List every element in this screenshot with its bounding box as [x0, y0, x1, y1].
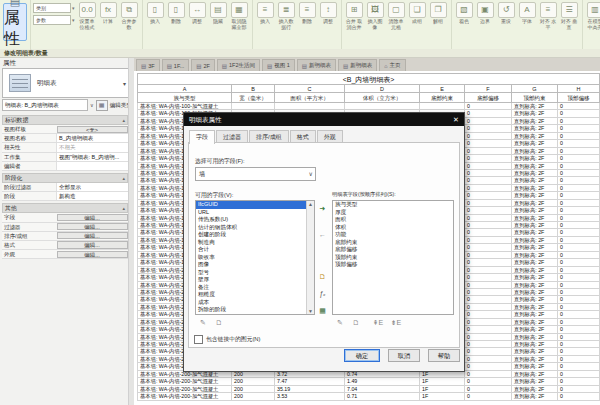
scheduled-fields-list[interactable]: 族与类型厚度面积体积功能底部约束底部偏移顶部约束顶部偏移: [332, 200, 454, 315]
delete-available-icon[interactable]: 🗋: [213, 318, 225, 328]
parameter-combo[interactable]: 参数▾: [33, 15, 75, 25]
property-value[interactable]: 编辑...: [57, 232, 128, 239]
instance-selector[interactable]: 明细表: B_内墙明细表: [2, 99, 88, 111]
edit-available-icon[interactable]: ✎: [197, 318, 209, 328]
font-button[interactable]: A字体: [518, 2, 537, 30]
highlight-in-model-button[interactable]: ▥在模型中高亮显示: [586, 2, 600, 30]
move-down-icon[interactable]: ⇟E: [390, 318, 402, 328]
ungroup-button[interactable]: ❐解组: [429, 2, 448, 30]
property-value[interactable]: <无>: [57, 126, 128, 133]
type-selector[interactable]: 明细表 ▾: [2, 68, 130, 98]
insert-data-row-button[interactable]: ≣插入数据行: [277, 2, 296, 30]
view-tab[interactable]: ▤新明细表: [297, 59, 336, 71]
resize-row-button[interactable]: ↕调整: [319, 2, 338, 30]
view-tab[interactable]: ▤1F...: [162, 59, 190, 71]
align-horizontal-button[interactable]: ≡对齐 水平: [539, 2, 558, 30]
combine-parameters-icon[interactable]: ▦: [316, 305, 329, 316]
available-field-item[interactable]: IfcGUID: [196, 201, 314, 209]
view-tab[interactable]: ▤1F2生活间: [217, 59, 260, 71]
scheduled-field-item[interactable]: 体积: [333, 224, 453, 232]
section-header[interactable]: 阶段化▴: [2, 173, 128, 183]
view-tab[interactable]: ▤视图 1: [262, 59, 295, 71]
calculated-value-icon[interactable]: ƒₓ: [316, 288, 329, 299]
available-field-item[interactable]: 成本: [196, 299, 314, 307]
delete-scheduled-icon[interactable]: 🗋: [350, 318, 362, 328]
section-header[interactable]: 标识数据▴: [2, 115, 128, 125]
section-header[interactable]: 其他▴: [2, 203, 128, 213]
view-tab[interactable]: ⌂主页: [379, 59, 405, 71]
available-field-item[interactable]: 壁厚: [196, 276, 314, 284]
scheduled-field-item[interactable]: 顶部约束: [333, 254, 453, 262]
table-row[interactable]: 基本墙: WA-内墙-200-加气混凝土2007.471.491F0直到标高: …: [137, 378, 600, 385]
resize-column-button[interactable]: ↔调整: [188, 2, 207, 30]
available-field-item[interactable]: 吸收率: [196, 254, 314, 262]
available-field-item[interactable]: 合计: [196, 246, 314, 254]
collapse-icon[interactable]: ▴: [122, 174, 125, 182]
list-scrollbar[interactable]: ▲▼: [306, 201, 314, 314]
borders-button[interactable]: ▣边界: [476, 2, 495, 30]
property-value[interactable]: 编辑...: [57, 223, 128, 230]
available-fields-list[interactable]: ▲▼ IfcGUIDURL传热系数(U)估计的钢筋体积创建的阶段制造商合计吸收率…: [195, 200, 315, 315]
available-field-item[interactable]: 备注: [196, 284, 314, 292]
property-value[interactable]: 编辑...: [57, 214, 128, 221]
help-button[interactable]: 帮助: [428, 349, 460, 362]
group-button[interactable]: ❏成组: [408, 2, 427, 30]
move-up-icon[interactable]: ⇞E: [372, 318, 384, 328]
cancel-button[interactable]: 取消: [388, 349, 420, 362]
include-linked-elements-checkbox[interactable]: 包含链接中的图元(N): [194, 335, 260, 344]
view-tab[interactable]: ▤2F: [191, 59, 215, 71]
ok-button[interactable]: 确定: [344, 349, 380, 362]
scheduled-field-item[interactable]: 顶部偏移: [333, 261, 453, 269]
available-field-item[interactable]: 粗糙度: [196, 291, 314, 299]
table-row[interactable]: 基本墙: WA-内墙-200-加气混凝土20035.197.041F0直到标高:…: [137, 386, 600, 393]
insert-image-button[interactable]: 🖼插入图像: [366, 2, 385, 30]
scheduled-field-item[interactable]: 厚度: [333, 209, 453, 217]
properties-button[interactable]: ▤属性: [3, 3, 27, 41]
scheduled-field-item[interactable]: 面积: [333, 216, 453, 224]
edit-scheduled-icon[interactable]: ✎: [334, 318, 346, 328]
category-select[interactable]: 墙 ∨: [195, 167, 316, 181]
align-vertical-button[interactable]: ☰对齐 垂直: [560, 2, 579, 30]
delete-column-button[interactable]: ▯删除: [167, 2, 186, 30]
shading-button[interactable]: ▧着色: [455, 2, 474, 30]
clear-cell-button[interactable]: ▢清除单元格: [387, 2, 406, 30]
calculated-button[interactable]: fx计算: [99, 2, 118, 30]
property-value[interactable]: 编辑...: [57, 251, 128, 258]
remove-parameter-icon[interactable]: ←: [316, 229, 329, 240]
available-field-item[interactable]: 制造商: [196, 239, 314, 247]
scheduled-field-item[interactable]: 族与类型: [333, 201, 453, 209]
edit-type-icon[interactable]: ▦: [96, 100, 108, 111]
available-field-item[interactable]: 图像: [196, 261, 314, 269]
available-field-item[interactable]: 传热系数(U): [196, 216, 314, 224]
hide-column-button[interactable]: ▤隐藏: [209, 2, 228, 30]
reset-button[interactable]: ↺重设: [497, 2, 516, 30]
scheduled-field-item[interactable]: 底部约束: [333, 239, 453, 247]
dialog-tab-字段[interactable]: 字段: [189, 130, 215, 144]
combine-parameters-button[interactable]: ⧉合并参数: [120, 2, 139, 30]
delete-row-button[interactable]: ≡删除: [298, 2, 317, 30]
add-parameter-icon[interactable]: ➜: [316, 203, 329, 214]
scheduled-field-item[interactable]: 底部偏移: [333, 246, 453, 254]
collapse-icon[interactable]: ▴: [122, 204, 125, 212]
close-icon[interactable]: ✕: [448, 113, 464, 126]
format-unit-button[interactable]: 0.0设置单位格式: [78, 2, 97, 30]
view-tab[interactable]: ▤新明细表: [338, 59, 377, 71]
available-field-item[interactable]: 拆除的阶段: [196, 306, 314, 314]
table-row[interactable]: 基本墙: WA-内墙-200-加气混凝土2003.530.711F0直到标高: …: [137, 393, 600, 400]
insert-column-button[interactable]: ▯插入: [146, 2, 165, 30]
new-parameter-icon[interactable]: 🗋: [316, 271, 329, 282]
scheduled-field-item[interactable]: 功能: [333, 231, 453, 239]
dialog-title[interactable]: 明细表属性 ✕: [184, 113, 464, 126]
insert-row-button[interactable]: ≡插入: [256, 2, 275, 30]
category-combo[interactable]: 类别▾: [33, 3, 75, 13]
available-field-item[interactable]: 型号: [196, 269, 314, 277]
available-field-item[interactable]: 创建的阶段: [196, 231, 314, 239]
table-row[interactable]: 基本墙: WA-内墙-100-加气混凝土0直到标高: 2F0: [137, 103, 600, 110]
view-tab[interactable]: ▤3F: [136, 59, 160, 71]
collapse-icon[interactable]: ▴: [122, 116, 125, 124]
property-value[interactable]: 编辑...: [57, 241, 128, 248]
merge-unmerge-button[interactable]: ⊞合并 取消合并: [345, 2, 364, 30]
available-field-item[interactable]: URL: [196, 209, 314, 217]
unhide-all-button[interactable]: ▦取消隐藏全部: [230, 2, 249, 30]
available-field-item[interactable]: 估计的钢筋体积: [196, 224, 314, 232]
